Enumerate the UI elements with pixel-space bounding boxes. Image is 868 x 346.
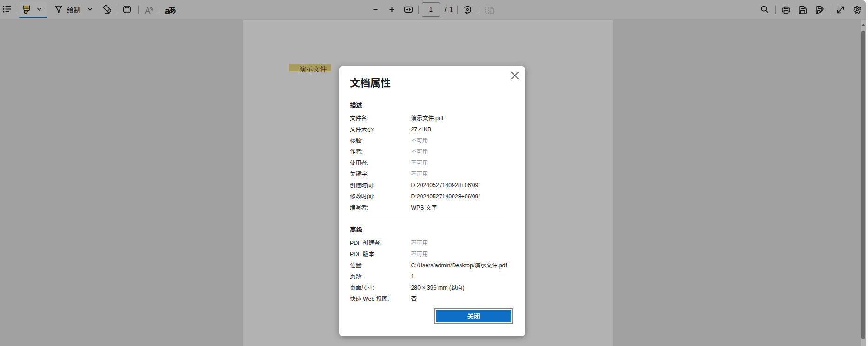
property-value: 280 × 396 mm (纵向) (411, 282, 514, 293)
property-label: 位置: (350, 260, 411, 271)
property-value: WPS 文字 (411, 202, 514, 213)
property-row: PDF 版本: 不可用 (350, 249, 513, 260)
section-heading-description: 描述 (350, 100, 362, 109)
property-label: 使用者: (350, 157, 411, 169)
property-label: 修改时间: (350, 191, 411, 202)
property-row: 文件大小: 27.4 KB (350, 124, 513, 135)
dialog-close-button[interactable] (510, 71, 520, 80)
property-row: 作者: 不可用 (350, 146, 513, 157)
advanced-rows: PDF 创建者: 不可用 PDF 版本: 不可用 位置: C:/Users/ad… (350, 237, 513, 305)
property-row: 关键字: 不可用 (350, 169, 513, 180)
property-value: 不可用 (411, 157, 514, 169)
property-row: 标题: 不可用 (350, 135, 513, 146)
property-label: PDF 创建者: (350, 237, 411, 249)
section-heading-advanced: 高级 (350, 224, 362, 234)
property-row: 修改时间: D:20240527140928+06'09' (350, 191, 513, 202)
property-label: PDF 版本: (350, 249, 411, 260)
property-label: 关键字: (350, 169, 411, 180)
property-value: 不可用 (411, 169, 514, 180)
property-value: 演示文件.pdf (411, 113, 514, 124)
property-label: 作者: (350, 146, 411, 157)
property-label: 创建时间: (350, 180, 411, 191)
pdf-viewer-window: 绘制 A a あ / 1 (0, 0, 866, 346)
property-label: 编写者: (350, 202, 411, 213)
property-label: 页数: (350, 271, 411, 282)
close-dialog-button[interactable]: 关闭 (434, 308, 513, 324)
property-value: 不可用 (411, 237, 514, 249)
property-value: 否 (411, 293, 514, 305)
property-value: 27.4 KB (411, 124, 514, 135)
property-row: 编写者: WPS 文字 (350, 202, 513, 213)
property-row: 页数: 1 (350, 271, 513, 282)
property-value: 不可用 (411, 249, 514, 260)
property-value: D:20240527140928+06'09' (411, 180, 514, 191)
property-label: 标题: (350, 135, 411, 146)
property-value: 1 (411, 271, 514, 282)
property-value: C:/Users/admin/Desktop/演示文件.pdf (411, 260, 514, 271)
property-row: 位置: C:/Users/admin/Desktop/演示文件.pdf (350, 260, 513, 271)
property-row: PDF 创建者: 不可用 (350, 237, 513, 249)
property-row: 创建时间: D:20240527140928+06'09' (350, 180, 513, 191)
close-icon (510, 71, 520, 80)
property-row: 快速 Web 视图: 否 (350, 293, 513, 305)
property-row: 页面尺寸: 280 × 396 mm (纵向) (350, 282, 513, 293)
property-value: D:20240527140928+06'09' (411, 191, 514, 202)
property-label: 文件名: (350, 113, 411, 124)
description-rows: 文件名: 演示文件.pdf 文件大小: 27.4 KB 标题: 不可用 作者: … (350, 113, 513, 213)
property-value: 不可用 (411, 146, 514, 157)
property-value: 不可用 (411, 135, 514, 146)
property-row: 使用者: 不可用 (350, 157, 513, 169)
property-label: 文件大小: (350, 124, 411, 135)
section-divider (350, 218, 513, 218)
property-label: 页面尺寸: (350, 282, 411, 293)
property-row: 文件名: 演示文件.pdf (350, 113, 513, 124)
property-label: 快速 Web 视图: (350, 293, 411, 305)
dialog-title: 文档属性 (350, 75, 391, 88)
document-properties-dialog: 文档属性 描述 文件名: 演示文件.pdf 文件大小: 27.4 KB 标题: … (339, 66, 525, 336)
